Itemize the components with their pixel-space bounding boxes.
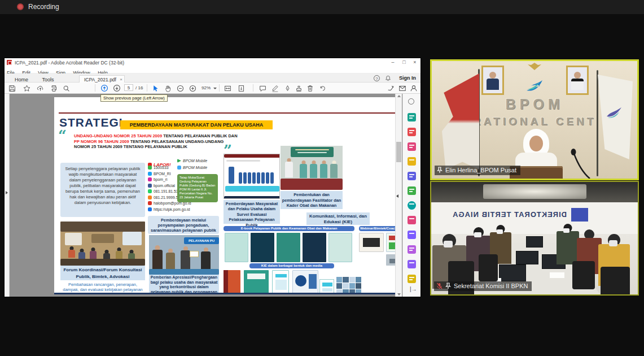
recording-bar: Recording	[0, 0, 644, 14]
kie-label: Komunikasi, Informasi, dan Edukasi (KIE)	[306, 212, 370, 225]
pin-icon	[445, 283, 451, 289]
delete-icon[interactable]	[305, 84, 315, 93]
law-text: UNDANG-UNDANG NOMOR 25 TAHUN 2009 TENTAN…	[74, 133, 239, 150]
organize-pages-tool-icon[interactable]	[408, 186, 416, 195]
comment-icon[interactable]	[257, 84, 268, 93]
convert-tool-icon[interactable]	[408, 245, 416, 254]
share-cloud-icon[interactable]	[35, 84, 45, 93]
chair-left-2	[479, 254, 498, 281]
save-icon[interactable]	[7, 84, 17, 93]
pdf-page: STRATEGI PEMBERDAYAAN MASYARAKAT DAN PEL…	[54, 97, 401, 294]
previous-page-icon[interactable]	[99, 84, 109, 93]
vice-president-portrait	[566, 66, 589, 95]
tab-close-icon[interactable]: ×	[120, 77, 122, 82]
help-icon[interactable]: ?	[374, 75, 380, 81]
comment-tool-icon[interactable]	[408, 157, 416, 166]
survey-caption: Pemberdayaan Masyarakat dan Pelaku Usaha…	[224, 200, 280, 224]
star-icon[interactable]	[21, 84, 32, 93]
page-number-input[interactable]: 5	[124, 84, 133, 91]
slide-banner: PEMBERDAYAAN MASYARAKAT DAN PELAKU USAHA	[120, 120, 273, 129]
request-sign-tool-icon[interactable]	[408, 260, 416, 268]
main-toolbar: 5 / 16 92%	[5, 83, 420, 94]
webinar-thumbs	[359, 233, 401, 266]
participation-textbox: Setiap penyelenggara pelayanan publik wa…	[60, 163, 145, 217]
pin-icon	[437, 167, 443, 173]
twitter-icon	[148, 172, 152, 176]
address-box: Tatap Muka/Surat: Gedung Pelayanan Publi…	[177, 174, 218, 202]
scroll-down-icon[interactable]	[397, 293, 401, 296]
search-tool-icon[interactable]	[408, 98, 414, 105]
zoom-caret-icon[interactable]	[213, 88, 217, 89]
fasilitator-caption: Pembentukan dan pemberdayaan Fasilitator…	[281, 191, 343, 209]
mail-icon	[148, 201, 152, 205]
lapor-logo: LAPOR!	[148, 158, 178, 164]
slide-bottom-bar	[54, 293, 401, 294]
video-tile-bpkn[interactable]: DIREKTORAT TERTIB NIAGA Sekretariat Komi…	[430, 181, 639, 296]
combine-files-tool-icon[interactable]	[408, 172, 416, 180]
meeting-room-ceiling	[431, 182, 638, 202]
tools-collapse-icon[interactable]	[396, 194, 398, 198]
fit-page-icon[interactable]	[236, 84, 246, 93]
whatsapp-icon	[148, 189, 152, 193]
search-icon[interactable]	[61, 84, 71, 93]
maximize-button[interactable]: □	[400, 59, 408, 66]
next-page-icon[interactable]	[112, 84, 122, 93]
recording-label: Recording	[28, 3, 59, 11]
zoom-in-icon[interactable]	[187, 84, 198, 93]
facebook-icon	[148, 184, 152, 188]
bell-icon[interactable]	[385, 75, 391, 81]
export-pdf-tool-icon[interactable]	[408, 113, 416, 121]
ebook-covers	[225, 233, 354, 262]
fill-sign-icon[interactable]	[386, 84, 396, 93]
scroll-up-icon[interactable]	[397, 95, 401, 97]
compress-pdf-tool-icon[interactable]	[408, 201, 416, 210]
sign-pen-icon[interactable]	[282, 84, 292, 93]
open-quote: “	[58, 130, 67, 141]
kie-media-banner: KIE dalam berbagai bentuk dan media	[249, 263, 334, 268]
stamp-tool-icon[interactable]	[408, 275, 416, 283]
nav-expand-icon[interactable]	[6, 191, 8, 194]
monitor-center	[526, 236, 543, 248]
page-total-label: / 16	[135, 85, 143, 90]
contact-website: https://ulpk.pom.go.id	[148, 207, 202, 214]
acrobat-window: ICPA_2021.pdf - Adobe Acrobat Reader DC …	[5, 58, 420, 297]
award-photo: PELAYANAN PU	[149, 235, 219, 275]
scrollbar-thumb[interactable]	[396, 142, 401, 162]
award-photo-banner: PELAYANAN PU	[184, 237, 219, 244]
title-bar: ICPA_2021.pdf - Adobe Acrobat Reader DC …	[5, 58, 420, 67]
sms-icon	[148, 196, 152, 199]
bpom-logo-icon	[521, 78, 548, 97]
select-tool-icon[interactable]	[150, 84, 160, 93]
meeting-screen: Recording ICPA_2021.pdf - Adobe Acrobat …	[0, 0, 644, 356]
create-pdf-tool-icon[interactable]	[408, 128, 416, 136]
hand-tool-icon[interactable]	[163, 84, 173, 93]
zoom-out-icon[interactable]	[175, 84, 185, 93]
recording-icon	[17, 3, 24, 10]
sign-in-button[interactable]: Sign In	[399, 75, 416, 81]
minimize-button[interactable]: –	[389, 59, 397, 66]
fit-width-icon[interactable]	[222, 84, 233, 93]
participant-name: Elin Herlina_BPOM Pusat	[445, 167, 516, 173]
highlight-icon[interactable]	[270, 84, 280, 93]
panel-collapse-icon[interactable]: |→	[410, 286, 417, 292]
stamp-icon[interactable]	[293, 84, 304, 93]
video-tile-bpom[interactable]: BPOM RATIONAL CENT Elin Herlina_BPOM Pus…	[430, 59, 639, 180]
flagpole-right	[597, 70, 598, 176]
fill-sign-tool-icon[interactable]	[408, 216, 416, 224]
chair-right-1	[601, 267, 630, 296]
edit-pdf-tool-icon[interactable]	[408, 142, 416, 151]
participant-nametag: Sekretariat Komisi II BPKN	[434, 281, 532, 291]
protect-tool-icon[interactable]	[408, 231, 416, 239]
bpom-mobile-play: BPOM Mobile	[177, 159, 207, 163]
close-button[interactable]: ×	[411, 59, 419, 66]
undo-icon[interactable]	[317, 84, 327, 93]
send-mail-icon[interactable]	[397, 84, 408, 93]
profile-icon[interactable]	[409, 84, 419, 93]
microphone	[560, 146, 594, 180]
tools-panel: |→	[402, 94, 420, 297]
room-sign: DIREKTORAT TERTIB NIAGA	[452, 210, 568, 219]
nav-pane-collapsed[interactable]	[5, 94, 10, 297]
zoom-level-dropdown[interactable]: 92%	[201, 85, 211, 90]
room-logo-square	[571, 208, 588, 222]
print-icon[interactable]	[49, 84, 59, 93]
